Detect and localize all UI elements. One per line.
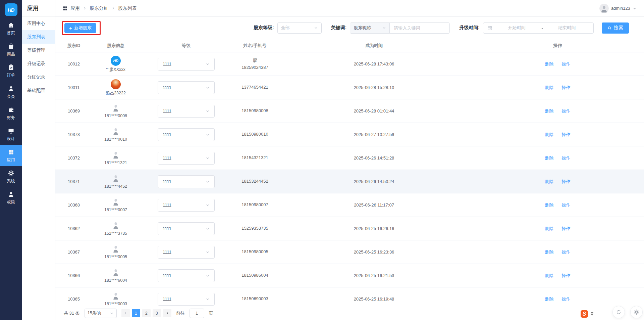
sidebar-item-members[interactable]: 会员 xyxy=(0,82,22,103)
operate-link[interactable]: 操作 xyxy=(562,296,571,302)
operate-link[interactable]: 操作 xyxy=(562,202,571,208)
menu-item-basic-config[interactable]: 基础配置 xyxy=(22,84,55,97)
sidebar-item-finance[interactable]: 财务 xyxy=(0,103,22,124)
menu-item-level-manage[interactable]: 等级管理 xyxy=(22,44,55,57)
delete-link[interactable]: 删除 xyxy=(545,249,554,255)
search-button-label: 搜索 xyxy=(614,25,623,31)
contact-line: 15259353735 xyxy=(241,226,268,231)
search-button[interactable]: 搜索 xyxy=(602,22,629,34)
settings-button[interactable] xyxy=(630,306,643,318)
level-select[interactable]: 1111 xyxy=(158,222,215,235)
sidebar-item-home[interactable]: 首页 xyxy=(0,18,22,39)
level-select[interactable]: 1111 xyxy=(158,152,215,165)
delete-link[interactable]: 删除 xyxy=(545,61,554,67)
grid-icon xyxy=(63,6,67,11)
become-time: 2025-06-25 16:23:36 xyxy=(277,249,471,255)
contact-line: 18150980010 xyxy=(241,132,268,137)
delete-link[interactable]: 删除 xyxy=(545,273,554,279)
next-page-button[interactable] xyxy=(163,309,171,317)
level-select[interactable]: 1111 xyxy=(158,81,215,94)
delete-link[interactable]: 删除 xyxy=(545,202,554,208)
level-select[interactable]: 1111 xyxy=(158,293,215,306)
sidebar-item-permission[interactable]: 权限 xyxy=(0,187,22,209)
contact-line: 18259024387 xyxy=(241,65,268,70)
prev-page-button[interactable] xyxy=(121,309,130,317)
delete-link[interactable]: 删除 xyxy=(545,85,554,91)
add-shareholder-button[interactable]: + 新增股东 xyxy=(64,23,96,33)
breadcrumb-item[interactable]: 股东分红 xyxy=(90,5,108,11)
delete-link[interactable]: 删除 xyxy=(545,296,554,302)
operate-link[interactable]: 操作 xyxy=(562,226,571,232)
sidebar-item-goods[interactable]: 商品 xyxy=(0,39,22,60)
level-select[interactable]: 1111 xyxy=(158,175,215,188)
operate-link[interactable]: 操作 xyxy=(562,108,571,114)
level-select[interactable]: 1111 xyxy=(158,105,215,118)
level-filter-select[interactable]: 全部 xyxy=(277,22,322,34)
operate-link[interactable]: 操作 xyxy=(562,61,571,67)
table-header-row: 股东ID股东信息等级姓名/手机号成为时间操作 xyxy=(55,39,644,52)
delete-link[interactable]: 删除 xyxy=(545,179,554,185)
plus-icon: + xyxy=(69,26,72,31)
level-value: 1111 xyxy=(163,273,171,278)
delete-link[interactable]: 删除 xyxy=(545,132,554,138)
contact: 18150986004 xyxy=(233,273,277,278)
become-time: 2025-06-27 10:27:59 xyxy=(277,132,471,137)
page-button-1[interactable]: 1 xyxy=(132,309,140,317)
page-button-2[interactable]: 2 xyxy=(142,309,151,317)
sidebar-item-system[interactable]: 系统 xyxy=(0,166,22,187)
shareholder-info: 181****6004 xyxy=(92,268,139,283)
delete-link[interactable]: 删除 xyxy=(545,226,554,232)
goto-suffix: 页 xyxy=(209,310,213,316)
total-count: 共 31 条 xyxy=(64,310,80,316)
ime-indicator[interactable]: S xyxy=(578,309,594,319)
contact: 18150980010 xyxy=(233,132,277,137)
shareholder-id: 10362 xyxy=(55,226,92,231)
level-filter-value: 全部 xyxy=(281,25,290,31)
chevron-down-icon xyxy=(110,311,114,315)
sidebar-item-label: 系统 xyxy=(7,178,15,184)
operate-link[interactable]: 操作 xyxy=(562,179,571,185)
sidebar-item-label: 会员 xyxy=(7,94,15,99)
page-size-select[interactable]: 15条/页 xyxy=(85,309,117,318)
operate-link[interactable]: 操作 xyxy=(562,155,571,161)
menu-item-app-center[interactable]: 应用中心 xyxy=(22,17,55,30)
breadcrumb-item[interactable]: 股东列表 xyxy=(118,5,137,11)
contact: 18150980005 xyxy=(233,249,277,255)
keyword-input[interactable] xyxy=(390,23,449,33)
chevron-down-icon xyxy=(206,180,210,184)
breadcrumb-item[interactable]: 应用 xyxy=(70,5,80,11)
chevron-down-icon xyxy=(633,6,637,10)
date-range-picker[interactable]: 开始时间 ~ 结束时间 xyxy=(483,22,594,34)
level-select[interactable]: 1111 xyxy=(158,128,215,141)
operate-link[interactable]: 操作 xyxy=(562,273,571,279)
person-icon xyxy=(8,85,14,92)
user-menu[interactable]: admin123 xyxy=(599,4,637,13)
level-select[interactable]: 1111 xyxy=(158,246,215,259)
menu-item-dividend-records[interactable]: 分红记录 xyxy=(22,71,55,84)
menu-item-upgrade-records[interactable]: 升级记录 xyxy=(22,57,55,71)
sidebar-item-design[interactable]: 设计 xyxy=(0,124,22,145)
sidebar-item-orders[interactable]: 订单 xyxy=(0,60,22,82)
monitor-icon xyxy=(8,128,14,134)
menu-item-label: 股东列表 xyxy=(27,34,45,40)
delete-link[interactable]: 删除 xyxy=(545,155,554,161)
delete-link[interactable]: 删除 xyxy=(545,108,554,114)
goto-page-input[interactable] xyxy=(190,309,204,318)
level-select[interactable]: 1111 xyxy=(158,58,215,71)
operate-link[interactable]: 操作 xyxy=(562,85,571,91)
clipboard-icon xyxy=(8,64,14,71)
menu-item-shareholder-list[interactable]: 股东列表 xyxy=(22,30,55,44)
shareholder-id: 10372 xyxy=(55,155,92,161)
refresh-button[interactable] xyxy=(612,306,625,318)
level-select[interactable]: 1111 xyxy=(158,199,215,212)
keyword-type-select[interactable]: 股东昵称 xyxy=(350,23,390,33)
sidebar-item-apps[interactable]: 应用 xyxy=(0,145,22,166)
chevron-down-icon xyxy=(206,297,210,301)
shareholder-info: 152****3735 xyxy=(92,221,139,236)
page-button-3[interactable]: 3 xyxy=(153,309,161,317)
level-select[interactable]: 1111 xyxy=(158,269,215,282)
operate-link[interactable]: 操作 xyxy=(562,132,571,138)
menu-item-label: 基础配置 xyxy=(27,88,45,94)
operate-link[interactable]: 操作 xyxy=(562,249,571,255)
keyword-filter-label: 关键词: xyxy=(331,25,347,31)
